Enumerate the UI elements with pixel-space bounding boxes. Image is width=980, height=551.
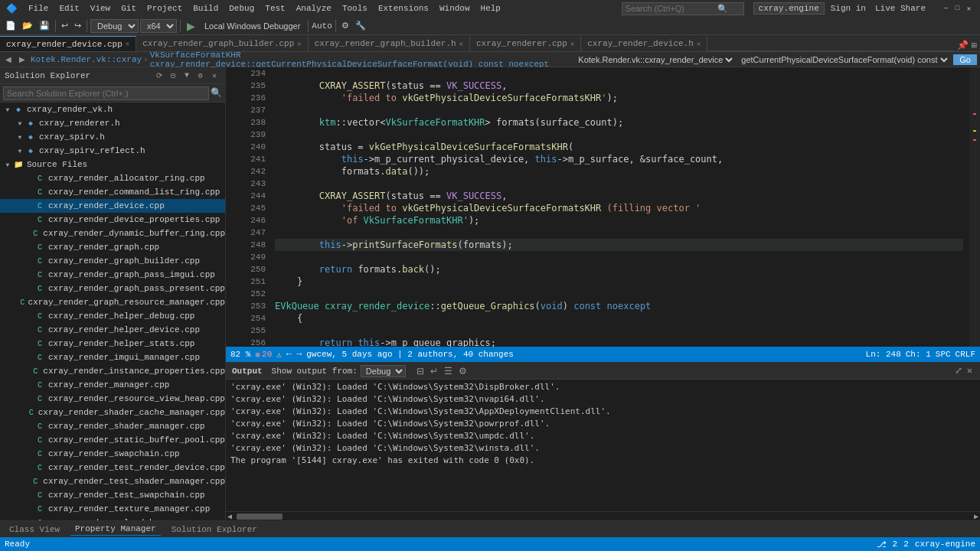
tree-item[interactable]: C cxray_render_graph_resource_manager.cp… xyxy=(0,295,225,309)
toolbar-open[interactable]: 📂 xyxy=(20,18,35,34)
tab-close-icon[interactable]: ✕ xyxy=(459,40,463,48)
method-scope-select[interactable]: getCurrentPhysicalDeviceSurfaceFormat(vo… xyxy=(738,54,950,66)
tree-item[interactable]: C cxray_render_texture_manager.cpp xyxy=(0,502,225,516)
solution-close-icon[interactable]: ✕ xyxy=(208,70,220,82)
menu-project[interactable]: Project xyxy=(142,2,187,15)
solution-filter-icon[interactable]: ▼ xyxy=(181,70,193,82)
breadcrumb-method[interactable]: VkSurfaceFormatKHR cxray_render_device::… xyxy=(150,51,567,69)
tab-renderer-cpp[interactable]: cxray_renderer.cpp ✕ xyxy=(470,36,581,51)
toolbar-misc1[interactable]: ⚙ xyxy=(339,18,351,34)
title-search-box[interactable]: 🔍 xyxy=(622,2,744,15)
bottom-scrollbar[interactable]: ◀ ▶ xyxy=(226,511,980,520)
solution-collapse-icon[interactable]: ⊟ xyxy=(167,70,179,82)
toolbar-redo[interactable]: ↪ xyxy=(72,18,83,34)
toolbar-save[interactable]: 💾 xyxy=(37,18,52,34)
output-filter-btn[interactable]: ☰ xyxy=(443,366,454,377)
nav-forward-button[interactable]: ▶ xyxy=(17,54,28,66)
live-share-button[interactable]: Live Share xyxy=(872,4,929,13)
menu-build[interactable]: Build xyxy=(188,2,223,15)
tab-render-device-h[interactable]: cxray_render_device.h ✕ xyxy=(581,36,707,51)
tree-item[interactable]: ▼ ◈ cxray_spirv_reflect.h xyxy=(0,144,225,158)
tree-item[interactable]: C cxray_render_graph.cpp xyxy=(0,240,225,254)
solution-search-icon[interactable]: 🔍 xyxy=(211,87,222,99)
tree-item[interactable]: C cxray_render_test_shader_manager.cpp xyxy=(0,474,225,488)
menu-extensions[interactable]: Extensions xyxy=(374,2,433,15)
tree-item[interactable]: C cxray_render_graph_builder.cpp xyxy=(0,254,225,268)
tree-item[interactable]: C cxray_render_command_list_ring.cpp xyxy=(0,185,225,199)
tab-render-device-cpp[interactable]: cxray_render_device.cpp ✕ xyxy=(0,36,136,51)
menu-file[interactable]: File xyxy=(24,2,53,15)
tab-close-icon[interactable]: ✕ xyxy=(570,40,574,48)
tree-item[interactable]: C cxray_render_device.cpp xyxy=(0,199,225,213)
tree-item[interactable]: C cxray_render_device_properties.cpp xyxy=(0,213,225,227)
menu-edit[interactable]: Edit xyxy=(54,2,83,15)
tab-class-view[interactable]: Class View xyxy=(5,523,64,536)
tab-solution-explorer[interactable]: Solution Explorer xyxy=(167,523,262,536)
tree-item[interactable]: C cxray_render_shader_cache_manager.cpp xyxy=(0,406,225,419)
close-button[interactable]: ✕ xyxy=(964,4,974,14)
nav-go-button[interactable]: Go xyxy=(953,54,977,65)
menu-bar[interactable]: File Edit View Git Project Build Debug T… xyxy=(24,2,505,15)
tree-item[interactable]: C cxray_render_manager.cpp xyxy=(0,378,225,392)
class-scope-select[interactable]: Kotek.Render.vk::cxray_render_device xyxy=(575,54,735,66)
output-close-icon[interactable]: ✕ xyxy=(965,365,974,377)
tree-item[interactable]: C cxray_render_graph_pass_imgui.cpp xyxy=(0,268,225,282)
tree-item[interactable]: C cxray_render_shader_manager.cpp xyxy=(0,419,225,433)
menu-window[interactable]: Window xyxy=(435,2,475,15)
tab-close-icon[interactable]: ✕ xyxy=(126,40,129,48)
solution-sync-icon[interactable]: ⟳ xyxy=(153,70,165,82)
minimize-button[interactable]: — xyxy=(941,4,951,14)
tree-item[interactable]: C cxray_render_graph_pass_present.cpp xyxy=(0,282,225,295)
tree-item[interactable]: C cxray_render_resource_view_heap.cpp xyxy=(0,392,225,406)
tree-item[interactable]: C cxray_render_helper_device.cpp xyxy=(0,323,225,337)
scroll-left-arrow[interactable]: ◀ xyxy=(226,512,234,521)
code-content[interactable]: CXRAY_ASSERT(status == VK_SUCCESS, 'fail… xyxy=(269,67,969,347)
output-settings-btn[interactable]: ⚙ xyxy=(457,366,469,377)
menu-debug[interactable]: Debug xyxy=(224,2,259,15)
menu-test[interactable]: Test xyxy=(260,2,289,15)
tree-item[interactable]: C cxray_render_test_render_device.cpp xyxy=(0,461,225,474)
tree-item[interactable]: C cxray_render_helper_stats.cpp xyxy=(0,337,225,350)
start-debugger-button[interactable]: ▶ xyxy=(184,20,198,32)
tree-item[interactable]: ▼ ◈ cxray_spirv.h xyxy=(0,130,225,144)
tree-item[interactable]: ▼ ◈ cxray_renderer.h xyxy=(0,116,225,130)
output-float-icon[interactable]: ⤢ xyxy=(953,365,964,377)
horizontal-scrollbar-thumb[interactable] xyxy=(237,514,283,520)
tab-split-icon[interactable]: ⊞ xyxy=(972,40,977,51)
debug-config-select[interactable]: Debug xyxy=(90,19,139,33)
tab-pin-icon[interactable]: 📌 xyxy=(957,40,969,51)
warning-indicator[interactable]: ⚠ xyxy=(276,350,282,360)
tree-item[interactable]: ▼ 📁 Source Files xyxy=(0,158,225,171)
solution-search-input[interactable] xyxy=(3,86,209,100)
maximize-button[interactable]: □ xyxy=(952,4,962,14)
title-search-input[interactable] xyxy=(626,4,717,13)
tree-item[interactable]: C cxray_render_helper_debug.cpp xyxy=(0,309,225,323)
debugger-label[interactable]: Local Windows Debugger xyxy=(200,18,305,34)
scroll-right-arrow[interactable]: ▶ xyxy=(972,512,980,521)
tree-item[interactable]: C cxray_render_allocator_ring.cpp xyxy=(0,171,225,185)
tree-item[interactable]: C cxray_render_imgui_manager.cpp xyxy=(0,350,225,364)
tree-item[interactable]: ▼ ◈ cxray_render_vk.h xyxy=(0,103,225,116)
output-source-select[interactable]: Debug xyxy=(361,365,406,377)
error-indicator[interactable]: ⊗ 20 xyxy=(255,350,272,360)
solution-props-icon[interactable]: ⚙ xyxy=(194,70,207,82)
tree-item[interactable]: C cxray_render_static_buffer_pool.cpp xyxy=(0,433,225,447)
nav-back-status[interactable]: ← xyxy=(286,349,292,360)
menu-analyze[interactable]: Analyze xyxy=(292,2,336,15)
menu-git[interactable]: Git xyxy=(116,2,141,15)
tree-item[interactable]: C cxray_render_test_swapchain.cpp xyxy=(0,488,225,502)
tree-item[interactable]: C cxray_render_instance_properties.cpp xyxy=(0,364,225,378)
horizontal-scrollbar-track[interactable] xyxy=(237,514,969,520)
tab-property-manager[interactable]: Property Manager xyxy=(70,523,161,536)
breadcrumb-namespace[interactable]: Kotek.Render.vk::cxray xyxy=(31,55,142,64)
tree-item[interactable]: C cxray_render_swapchain.cpp xyxy=(0,447,225,461)
menu-help[interactable]: Help xyxy=(476,2,505,15)
tab-render-graph-builder-cpp[interactable]: cxray_render_graph_builder.cpp ✕ xyxy=(136,36,308,51)
toolbar-misc2[interactable]: 🔧 xyxy=(353,18,368,34)
platform-select[interactable]: x64 xyxy=(140,19,177,33)
window-controls[interactable]: — □ ✕ xyxy=(941,4,974,14)
output-clear-btn[interactable]: ⊟ xyxy=(415,366,426,377)
tab-close-icon[interactable]: ✕ xyxy=(697,40,701,48)
tree-item[interactable]: C cxray_render_dynamic_buffer_ring.cpp xyxy=(0,227,225,240)
menu-tools[interactable]: Tools xyxy=(338,2,372,15)
